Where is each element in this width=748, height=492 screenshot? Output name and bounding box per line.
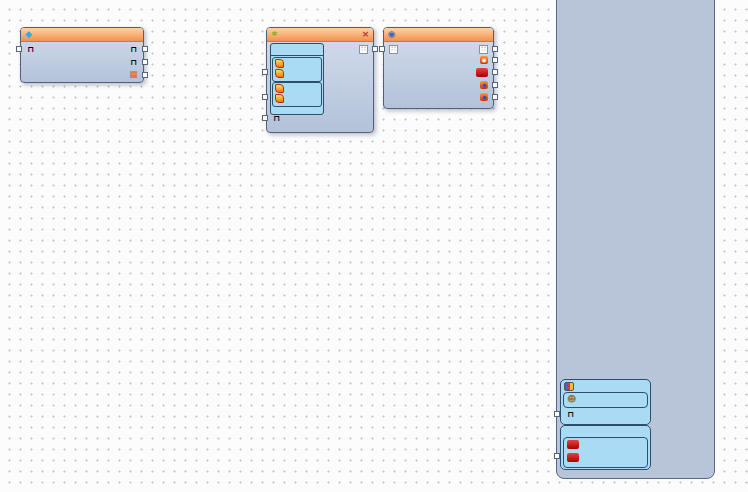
- pin-humidity-output[interactable]: [142, 59, 148, 65]
- component-title-bar[interactable]: ◆: [21, 28, 143, 42]
- pin-in-input[interactable]: [379, 46, 385, 52]
- carrier-detected-icon: ◉: [480, 56, 488, 64]
- structure-icon: ∷: [389, 45, 398, 54]
- visuino-design-canvas[interactable]: ◆ ⊓ ⊓ ⊓ ▦ * ×: [0, 0, 748, 492]
- tools-icon: ×: [361, 30, 370, 39]
- structure-icon: ∷: [479, 45, 488, 54]
- pin-chip-enable[interactable]: [492, 94, 498, 100]
- component-make-structure[interactable]: * × ∷: [266, 27, 374, 133]
- pin-row-clock: ⊓: [272, 113, 283, 123]
- pin-row-chip-select: ◆: [478, 80, 488, 90]
- chip-enable-icon: ◆: [480, 93, 488, 101]
- pin-row-out: ∷: [357, 44, 368, 54]
- pin-row-clock: ⊓: [26, 44, 37, 54]
- analog-icon: [275, 69, 284, 78]
- pulse-icon: ⊓: [129, 45, 138, 54]
- analog-icon: [275, 59, 284, 68]
- analog-icon: [275, 94, 284, 103]
- component-humidity-thermometer[interactable]: ◆ ⊓ ⊓ ⊓ ▦: [20, 27, 144, 83]
- pin-clock-input[interactable]: [262, 115, 268, 121]
- component-title-bar[interactable]: * ×: [267, 28, 373, 42]
- element-row: [273, 83, 321, 93]
- radio-icon: ◉: [387, 30, 396, 39]
- pin-row-in: ∷: [389, 44, 400, 54]
- spi-icon: [476, 68, 488, 77]
- elements-panel: [270, 43, 324, 115]
- element-analog1[interactable]: [272, 57, 322, 82]
- pin-analog1-in[interactable]: [262, 69, 268, 75]
- pin-row-temperature: ⊓: [127, 44, 138, 54]
- sparkle-icon: *: [270, 30, 279, 39]
- element-row: [273, 58, 321, 68]
- elements-header: [271, 44, 323, 56]
- element-analog2[interactable]: [272, 82, 322, 107]
- sensor-icon: ▦: [129, 70, 138, 79]
- pin-interface[interactable]: [492, 69, 498, 75]
- pulse-icon: ⊓: [272, 114, 281, 123]
- pin-row-interface: [474, 67, 488, 77]
- chip-select-icon: ◆: [480, 81, 488, 89]
- pin-row-humidity: ⊓: [127, 57, 138, 67]
- thermometer-icon: ◆: [24, 30, 33, 39]
- pin-chip-select[interactable]: [492, 82, 498, 88]
- element-pin-row: [273, 68, 321, 78]
- pin-clock-input[interactable]: [16, 46, 22, 52]
- structure-icon: ∷: [359, 45, 368, 54]
- component-nrf24l01[interactable]: ◉ ∷ ∷ ◉ ◆ ◆: [383, 27, 494, 109]
- pin-out-output[interactable]: [492, 46, 498, 52]
- pin-row-out: ∷: [477, 44, 488, 54]
- pin-row-sensor: ▦: [127, 70, 138, 80]
- pin-sensor[interactable]: [142, 72, 148, 78]
- pulse-icon: ⊓: [26, 45, 35, 54]
- pulse-icon: ⊓: [129, 58, 138, 67]
- analog-icon: [275, 84, 284, 93]
- pin-analog2-in[interactable]: [262, 94, 268, 100]
- element-pin-row: [273, 93, 321, 103]
- pin-temperature-output[interactable]: [142, 46, 148, 52]
- pin-row-chip-enable: ◆: [478, 92, 488, 102]
- pin-out-output[interactable]: [372, 46, 378, 52]
- component-title-bar[interactable]: ◉: [384, 28, 493, 42]
- pin-carrier-detected[interactable]: [492, 57, 498, 63]
- pin-row-carrier-detected: ◉: [478, 55, 488, 65]
